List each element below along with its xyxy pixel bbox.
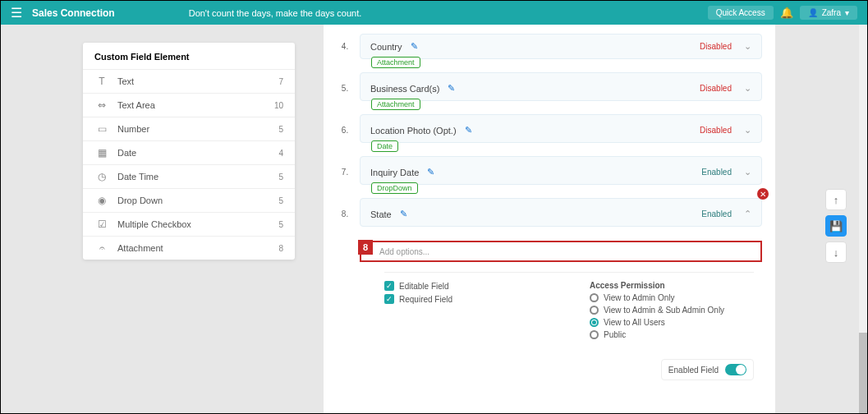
field-number: 6. bbox=[337, 126, 353, 143]
edit-icon[interactable]: ✎ bbox=[400, 209, 407, 219]
element-type-text[interactable]: TText7 bbox=[83, 69, 295, 93]
field-label: Location Photo (Opt.) bbox=[370, 126, 457, 136]
chevron-icon[interactable]: ⌄ bbox=[744, 125, 751, 136]
vertical-scrollbar[interactable] bbox=[859, 25, 867, 413]
access-option[interactable]: View to Admin & Sub Admin Only bbox=[590, 306, 762, 315]
edit-icon[interactable]: ✎ bbox=[411, 41, 418, 52]
type-icon: ☑ bbox=[94, 218, 109, 230]
status-label: Disabled bbox=[700, 84, 732, 93]
element-type-multiple-checkbox[interactable]: ☑Multiple Checkbox5 bbox=[83, 212, 295, 236]
chevron-icon[interactable]: ⌄ bbox=[744, 83, 751, 94]
field-elements-panel: Custom Field Element TText7⇔Text Area10▭… bbox=[83, 43, 295, 260]
move-down-button[interactable]: ↓ bbox=[825, 242, 847, 263]
radio-icon bbox=[590, 306, 599, 315]
hamburger-icon[interactable]: ☰ bbox=[11, 5, 22, 21]
field-number: 8. bbox=[337, 209, 353, 227]
add-options-input[interactable]: Add options... bbox=[360, 241, 762, 262]
radio-icon bbox=[590, 318, 599, 327]
field-label: Country bbox=[370, 42, 402, 52]
element-type-text-area[interactable]: ⇔Text Area10 bbox=[83, 93, 295, 117]
field-number: 7. bbox=[337, 168, 353, 185]
type-icon: T bbox=[94, 76, 109, 87]
element-type-date-time[interactable]: ◷Date Time5 bbox=[83, 164, 295, 188]
field-row-country: 4.Country✎Disabled⌄ bbox=[337, 34, 762, 59]
type-icon: ▭ bbox=[94, 123, 109, 135]
delete-icon[interactable]: ✕ bbox=[757, 188, 769, 200]
edit-icon[interactable]: ✎ bbox=[448, 83, 455, 94]
save-button[interactable]: 💾 bbox=[825, 215, 847, 237]
element-type-attachment[interactable]: 𝄐Attachment8 bbox=[83, 236, 295, 260]
status-label: Enabled bbox=[701, 168, 732, 177]
type-icon: ◉ bbox=[94, 195, 109, 206]
status-label: Disabled bbox=[700, 126, 732, 135]
access-option[interactable]: View to Admin Only bbox=[590, 293, 762, 302]
field-row-state: DropDown8.State✎Enabled⌃✕ bbox=[337, 190, 762, 227]
field-row-location-photo-opt-: Attachment6.Location Photo (Opt.)✎Disabl… bbox=[337, 106, 762, 143]
access-option[interactable]: Public bbox=[590, 330, 762, 339]
type-chip: Attachment bbox=[371, 99, 420, 110]
field-label: State bbox=[370, 209, 392, 219]
field-label: Inquiry Date bbox=[370, 168, 419, 177]
element-type-drop-down[interactable]: ◉Drop Down5 bbox=[83, 188, 295, 212]
enabled-switch[interactable] bbox=[725, 364, 746, 375]
field-row-inquiry-date: Date7.Inquiry Date✎Enabled⌄ bbox=[337, 148, 762, 185]
type-icon: 𝄐 bbox=[94, 242, 109, 254]
app-logo: Sales Connection bbox=[32, 7, 115, 19]
chevron-icon[interactable]: ⌄ bbox=[744, 41, 751, 52]
panel-title: Custom Field Element bbox=[83, 43, 295, 69]
edit-icon[interactable]: ✎ bbox=[427, 167, 434, 177]
element-type-date[interactable]: ▦Date4 bbox=[83, 140, 295, 164]
status-label: Disabled bbox=[700, 42, 732, 51]
bell-icon[interactable]: 🔔 bbox=[780, 7, 793, 19]
field-number: 5. bbox=[337, 84, 353, 101]
callout-number: 8 bbox=[358, 240, 373, 255]
required-checkbox[interactable]: ✓Required Field bbox=[384, 294, 557, 304]
expanded-state-panel: 8 Add options... ✓Editable Field ✓Requir… bbox=[360, 227, 762, 389]
edit-icon[interactable]: ✎ bbox=[465, 125, 472, 136]
field-box[interactable]: Location Photo (Opt.)✎Disabled⌄ bbox=[360, 114, 762, 143]
access-option[interactable]: View to All Users bbox=[590, 318, 762, 327]
element-type-number[interactable]: ▭Number5 bbox=[83, 117, 295, 140]
enabled-toggle-row: Enabled Field bbox=[661, 359, 754, 380]
type-chip: Date bbox=[371, 140, 398, 152]
field-box[interactable]: State✎Enabled⌃ bbox=[360, 198, 762, 227]
type-chip: Attachment bbox=[371, 57, 420, 68]
access-title: Access Permission bbox=[590, 281, 762, 290]
type-icon: ◷ bbox=[94, 171, 109, 182]
field-box[interactable]: Inquiry Date✎Enabled⌄ bbox=[360, 156, 762, 185]
type-icon: ⇔ bbox=[94, 99, 109, 111]
fields-panel: 4.Country✎Disabled⌄Attachment5.Business … bbox=[324, 25, 775, 413]
chevron-icon[interactable]: ⌄ bbox=[744, 167, 751, 177]
field-label: Business Card(s) bbox=[370, 84, 439, 94]
move-up-button[interactable]: ↑ bbox=[825, 189, 847, 210]
field-number: 4. bbox=[337, 42, 353, 59]
field-row-business-card-s-: Attachment5.Business Card(s)✎Disabled⌄ bbox=[337, 64, 762, 101]
quick-access-button[interactable]: Quick Access bbox=[708, 6, 774, 20]
app-header: ☰ Sales Connection Don't count the days,… bbox=[1, 1, 867, 25]
field-box[interactable]: Country✎Disabled⌄ bbox=[360, 34, 762, 59]
user-menu[interactable]: Zafra bbox=[800, 6, 857, 20]
tagline: Don't count the days, make the days coun… bbox=[189, 8, 362, 18]
radio-icon bbox=[590, 330, 599, 339]
chevron-icon[interactable]: ⌃ bbox=[744, 209, 751, 219]
radio-icon bbox=[590, 293, 599, 302]
field-box[interactable]: Business Card(s)✎Disabled⌄ bbox=[360, 72, 762, 101]
editable-checkbox[interactable]: ✓Editable Field bbox=[384, 281, 557, 291]
type-icon: ▦ bbox=[94, 147, 109, 159]
type-chip: DropDown bbox=[371, 182, 418, 194]
status-label: Enabled bbox=[701, 209, 732, 218]
